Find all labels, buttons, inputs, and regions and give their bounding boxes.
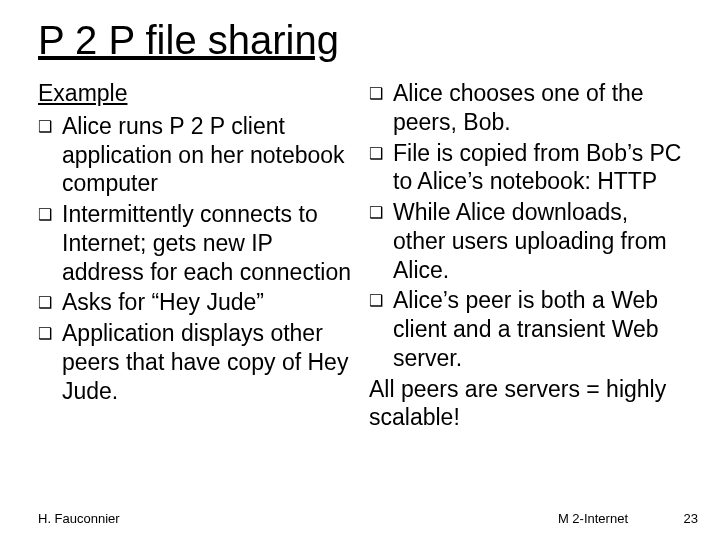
bullet-icon: ❑ <box>369 198 383 284</box>
bullet-icon: ❑ <box>369 286 383 372</box>
left-column: Example ❑ Alice runs P 2 P client applic… <box>38 79 351 432</box>
bullet-text: Alice’s peer is both a Web client and a … <box>393 286 682 372</box>
slide-title: P 2 P file sharing <box>38 18 682 63</box>
bullet-text: While Alice downloads, other users uploa… <box>393 198 682 284</box>
bullet-icon: ❑ <box>38 288 52 317</box>
bullet-icon: ❑ <box>38 200 52 286</box>
bullet-text: File is copied from Bob’s PC to Alice’s … <box>393 139 682 197</box>
bullet-text: Asks for “Hey Jude” <box>62 288 351 317</box>
bullet-text: Intermittently connects to Internet; get… <box>62 200 351 286</box>
bullet-icon: ❑ <box>369 79 383 137</box>
bullet-icon: ❑ <box>38 319 52 405</box>
example-heading: Example <box>38 79 351 108</box>
slide: P 2 P file sharing Example ❑ Alice runs … <box>0 0 720 540</box>
list-item: ❑ Alice runs P 2 P client application on… <box>38 112 351 198</box>
list-item: ❑ Asks for “Hey Jude” <box>38 288 351 317</box>
list-item: ❑ Alice’s peer is both a Web client and … <box>369 286 682 372</box>
right-column: ❑ Alice chooses one of the peers, Bob. ❑… <box>369 79 682 432</box>
bullet-text: Alice chooses one of the peers, Bob. <box>393 79 682 137</box>
footer-author: H. Fauconnier <box>38 511 120 526</box>
list-item: ❑ File is copied from Bob’s PC to Alice’… <box>369 139 682 197</box>
bullet-text: Alice runs P 2 P client application on h… <box>62 112 351 198</box>
list-item: ❑ Intermittently connects to Internet; g… <box>38 200 351 286</box>
list-item: ❑ Application displays other peers that … <box>38 319 351 405</box>
footer-page: 23 <box>684 511 698 526</box>
closing-text: All peers are servers = highly scalable! <box>369 375 682 433</box>
bullet-icon: ❑ <box>369 139 383 197</box>
bullet-icon: ❑ <box>38 112 52 198</box>
footer: H. Fauconnier M 2-Internet 23 <box>38 511 698 526</box>
content-columns: Example ❑ Alice runs P 2 P client applic… <box>38 79 682 432</box>
bullet-text: Application displays other peers that ha… <box>62 319 351 405</box>
footer-course: M 2-Internet <box>558 511 628 526</box>
list-item: ❑ While Alice downloads, other users upl… <box>369 198 682 284</box>
list-item: ❑ Alice chooses one of the peers, Bob. <box>369 79 682 137</box>
